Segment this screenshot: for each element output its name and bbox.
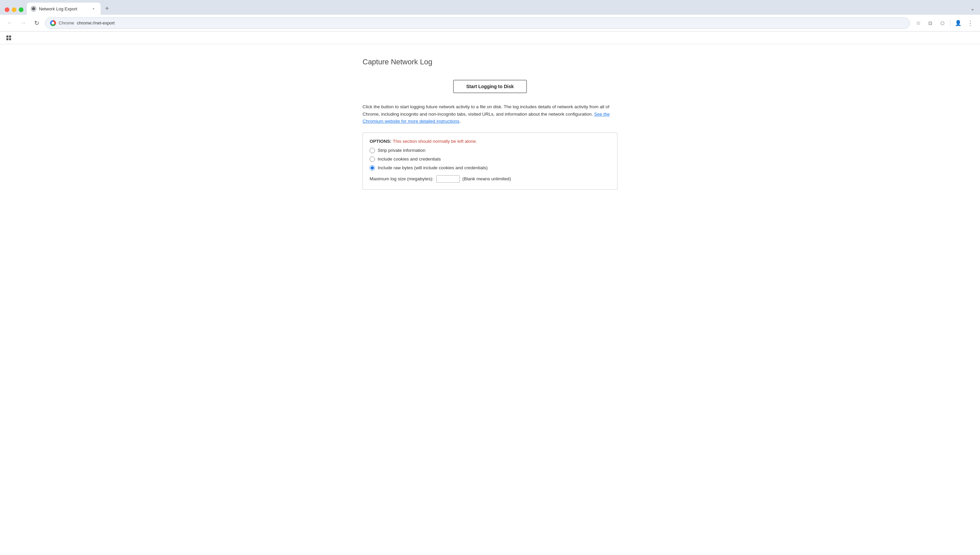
tab-dropdown-button[interactable]: ⌄ <box>967 3 977 13</box>
window-controls <box>3 7 27 15</box>
forward-icon: → <box>20 19 26 26</box>
back-button[interactable]: ← <box>5 18 15 28</box>
options-warning: This section should normally be left alo… <box>393 139 477 144</box>
max-size-hint: (Blank means unlimited) <box>462 176 511 181</box>
url-text: chrome://net-export <box>77 21 115 26</box>
radio-strip-private[interactable]: Strip private information <box>370 148 610 153</box>
description-suffix: . <box>459 119 461 124</box>
forward-button[interactable]: → <box>18 18 28 28</box>
tab-title-label: Network Log Export <box>39 6 88 11</box>
url-bar[interactable]: Chrome chrome://net-export <box>45 18 910 29</box>
toolbar-right: ☆ ⊡ ⬡ 👤 ⋮ <box>913 18 975 28</box>
address-bar: ← → ↻ Chrome chrome://net-export ☆ ⊡ ⬡ <box>0 15 980 32</box>
back-icon: ← <box>7 19 13 26</box>
bookmark-star-button[interactable]: ☆ <box>913 18 923 28</box>
account-button[interactable]: 👤 <box>953 18 963 28</box>
options-label: OPTIONS: This section should normally be… <box>370 139 610 144</box>
max-size-row: Maximum log size (megabytes): (Blank mea… <box>370 175 610 183</box>
grid-icon <box>6 35 11 40</box>
extensions-button[interactable]: ⬡ <box>937 18 948 28</box>
new-tab-button[interactable]: + <box>102 3 112 13</box>
menu-icon: ⋮ <box>967 19 974 27</box>
max-size-input[interactable] <box>436 175 460 183</box>
toolbar-separator <box>950 20 951 26</box>
account-icon: 👤 <box>955 20 962 26</box>
minimize-window-button[interactable] <box>12 7 16 12</box>
start-logging-button[interactable]: Start Logging to Disk <box>453 80 527 93</box>
page-heading: Capture Network Log <box>362 58 618 66</box>
radio-strip-private-input[interactable] <box>370 148 375 153</box>
apps-grid-button[interactable] <box>5 34 13 42</box>
star-icon: ☆ <box>916 20 920 26</box>
description-text: Click the button to start logging future… <box>362 103 618 125</box>
tab-bar: Network Log Export × + ⌄ <box>0 0 980 15</box>
tab-close-button[interactable]: × <box>90 6 97 12</box>
tab-favicon <box>31 6 36 11</box>
close-window-button[interactable] <box>5 7 10 12</box>
max-size-label: Maximum log size (megabytes): <box>370 176 434 181</box>
options-box: OPTIONS: This section should normally be… <box>362 132 618 190</box>
radio-include-rawbytes-input[interactable] <box>370 165 375 171</box>
radio-include-rawbytes-label: Include raw bytes (will include cookies … <box>378 165 488 170</box>
menu-button[interactable]: ⋮ <box>965 18 975 28</box>
radio-group: Strip private information Include cookie… <box>370 148 610 171</box>
cast-button[interactable]: ⊡ <box>925 18 935 28</box>
browser-frame: Network Log Export × + ⌄ ← → ↻ Chrome ch… <box>0 0 980 555</box>
refresh-button[interactable]: ↻ <box>32 18 42 28</box>
page-content: Capture Network Log Start Logging to Dis… <box>0 44 980 555</box>
radio-include-cookies-input[interactable] <box>370 157 375 162</box>
active-tab[interactable]: Network Log Export × <box>27 3 101 15</box>
chrome-logo-icon <box>50 20 56 26</box>
content-wrapper: Capture Network Log Start Logging to Dis… <box>362 58 618 190</box>
refresh-icon: ↻ <box>34 19 39 27</box>
maximize-window-button[interactable] <box>19 7 24 12</box>
radio-include-cookies-label: Include cookies and credentials <box>378 157 441 162</box>
radio-include-cookies[interactable]: Include cookies and credentials <box>370 157 610 162</box>
start-button-wrapper: Start Logging to Disk <box>362 80 618 93</box>
cast-icon: ⊡ <box>929 21 932 26</box>
radio-strip-private-label: Strip private information <box>378 148 426 153</box>
url-chrome-label: Chrome <box>59 21 74 26</box>
bookmark-bar <box>0 32 980 44</box>
radio-include-rawbytes[interactable]: Include raw bytes (will include cookies … <box>370 165 610 171</box>
description-body: Click the button to start logging future… <box>362 104 609 117</box>
puzzle-icon: ⬡ <box>940 21 945 26</box>
